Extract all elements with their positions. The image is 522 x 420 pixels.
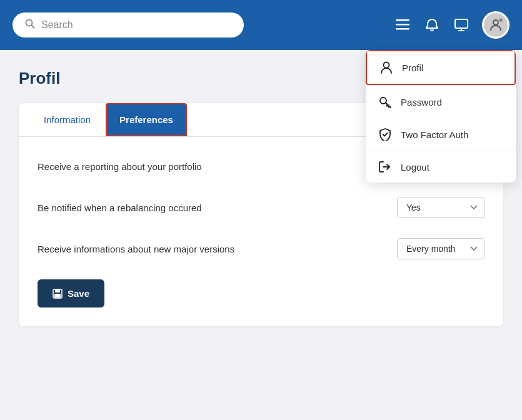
header-icons (393, 11, 509, 39)
key-icon (378, 96, 392, 108)
notifications-button[interactable] (423, 16, 441, 34)
dropdown-item-password[interactable]: Password (366, 86, 516, 118)
logout-icon (378, 161, 392, 172)
svg-point-15 (384, 62, 389, 68)
svg-rect-5 (455, 19, 468, 28)
display-button[interactable] (452, 16, 471, 34)
dropdown-item-logout[interactable]: Logout (366, 151, 516, 182)
search-icon (25, 19, 35, 31)
tab-information[interactable]: Information (31, 103, 103, 136)
svg-line-1 (32, 26, 34, 28)
rebalancing-notify-select[interactable]: Yes No (397, 197, 484, 218)
dropdown-label-logout: Logout (401, 162, 429, 172)
avatar-button[interactable] (482, 11, 509, 39)
tab-preferences[interactable]: Preferences (106, 103, 187, 136)
dropdown-item-two-factor[interactable]: Two Factor Auth (366, 118, 516, 151)
major-versions-select[interactable]: Every month Every week Every quarter Nev… (397, 238, 484, 259)
preference-label-2: Be notified when a rebalancing occured (38, 202, 384, 213)
svg-rect-4 (396, 28, 409, 30)
header: Search (0, 0, 522, 50)
shield-icon (378, 128, 392, 141)
svg-rect-2 (396, 19, 409, 21)
preference-row-2: Be notified when a rebalancing occured Y… (38, 197, 484, 218)
search-bar[interactable]: Search (13, 12, 244, 38)
person-icon (379, 61, 393, 74)
dropdown-label-two-factor: Two Factor Auth (401, 129, 468, 140)
svg-point-8 (493, 20, 498, 25)
preference-label-3: Receive informations about new major ver… (38, 244, 384, 254)
save-button[interactable]: Save (38, 279, 104, 308)
dropdown-label-password: Password (401, 97, 442, 108)
svg-rect-13 (55, 289, 60, 292)
avatar (484, 13, 508, 37)
preference-row-3: Receive informations about new major ver… (38, 238, 484, 259)
svg-rect-14 (54, 294, 61, 298)
dropdown-label-profil: Profil (402, 62, 423, 73)
dropdown-menu: Profil Password Two Factor Auth (366, 50, 516, 182)
svg-line-17 (386, 102, 391, 108)
search-placeholder: Search (41, 19, 73, 31)
svg-rect-3 (396, 24, 409, 26)
menu-button[interactable] (393, 17, 412, 33)
preference-label-1: Receive a reporting about your portfolio (38, 161, 384, 172)
dropdown-item-profil[interactable]: Profil (366, 50, 516, 85)
